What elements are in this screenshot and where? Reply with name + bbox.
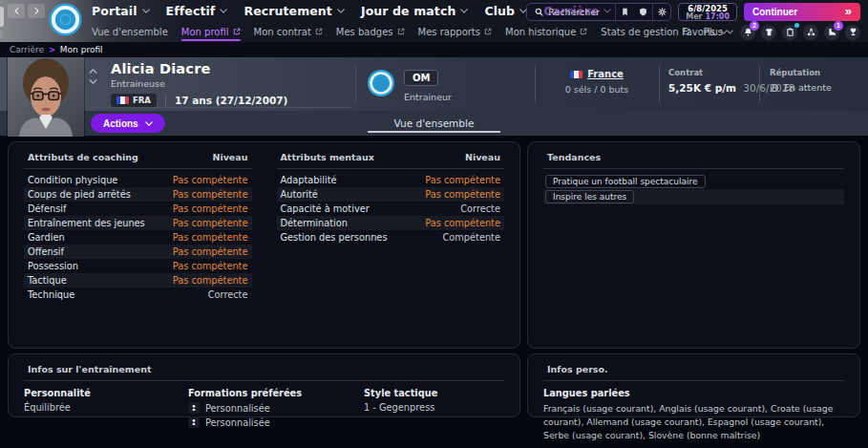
national-team-link[interactable]: France (540, 69, 654, 79)
subnav-stats-de-gestion[interactable]: Stats de gestion (601, 21, 689, 42)
search-input[interactable] (548, 7, 607, 17)
divider (355, 66, 356, 102)
competitions-button[interactable] (845, 25, 860, 40)
top-bar: Portail Effectif Recrutement Jour de mat… (0, 0, 868, 42)
training-info-panel: Infos sur l'entraînement Personnalité Éq… (8, 353, 520, 417)
formation-icon (188, 402, 200, 414)
coaching-attributes-column: Attributs de coaching Niveau Condition p… (24, 152, 252, 348)
tactics-button[interactable] (803, 25, 818, 40)
nav-portail[interactable]: Portail (92, 4, 150, 18)
profile-header: Alicia Diacre Entraineuse FRA 17 ans (27… (0, 57, 868, 111)
chevron-down-icon (145, 121, 153, 126)
table-row: Capacité à motiverCorrecte (277, 202, 505, 216)
nav-effectif[interactable]: Effectif (166, 4, 228, 18)
bookmark-icon (621, 8, 629, 16)
back-button[interactable] (8, 4, 25, 18)
person-switcher (89, 68, 98, 84)
game-day: Mer (686, 12, 702, 21)
external-link-icon (233, 28, 241, 35)
breadcrumb-section[interactable]: Carrière (10, 45, 44, 54)
favoris-dropdown[interactable]: Favoris (682, 27, 728, 37)
game-time: 17:00 (706, 12, 730, 21)
external-link-icon (315, 28, 323, 35)
mental-attributes-column: Attributs mentaux Niveau AdaptabilitéPas… (277, 152, 505, 348)
personal-info-title: Infos perso. (547, 364, 608, 374)
club-section: OM Entraineur (367, 67, 452, 102)
caps-goals: 0 séls / 0 buts (540, 84, 654, 95)
subnav-vue-densemble[interactable]: Vue d'ensemble (92, 21, 168, 42)
subnav-mon-profil[interactable]: Mon profil (181, 21, 241, 42)
nav-recrutement[interactable]: Recrutement (243, 4, 345, 18)
nationality-chip[interactable]: FRA (111, 94, 157, 107)
nav-club[interactable]: Club (484, 4, 527, 18)
breadcrumb-page: Mon profil (60, 45, 103, 54)
person-role: Entraineuse (111, 78, 287, 89)
formation-item: Personnalisée (188, 402, 364, 414)
tactics-icon (807, 28, 815, 36)
tendency-chip: Pratique un football spectaculaire (545, 175, 706, 188)
training-badge: 1 (834, 21, 843, 31)
table-row: Condition physiquePas compétente (24, 173, 252, 187)
subnav-mon-contrat[interactable]: Mon contrat (254, 21, 323, 42)
double-chevron-right-icon: » (845, 5, 852, 17)
club-role: Entraineur (404, 92, 452, 102)
club-abbr[interactable]: OM (404, 70, 438, 86)
languages-value: Français (usage courant), Anglais (usage… (543, 402, 844, 442)
table-row: OffensifPas compétente (24, 245, 252, 259)
reputation-label: Réputation (770, 68, 832, 77)
france-flag-icon (116, 96, 129, 104)
table-row: DéfensifPas compétente (24, 202, 252, 216)
table-row: PossessionPas compétente (24, 259, 252, 273)
globe-icon (770, 83, 779, 93)
person-age: 17 ans (27/12/2007) (175, 95, 287, 106)
table-row: DéterminationPas compétente (277, 216, 505, 230)
identity-block: Alicia Diacre Entraineuse FRA 17 ans (27… (111, 61, 287, 107)
personality-value: Équilibrée (24, 402, 188, 413)
level-column-header: Niveau (212, 152, 247, 162)
external-link-icon (397, 28, 405, 35)
table-row: AutoritéPas compétente (277, 187, 505, 202)
coaching-attributes-title: Attributs de coaching (28, 152, 138, 162)
formation-item: Personnalisée (188, 416, 364, 428)
table-row: Coups de pied arrêtésPas compétente (24, 187, 252, 202)
main-content: Attributs de coaching Niveau Condition p… (0, 136, 868, 448)
personality-label: Personnalité (24, 388, 188, 398)
club-logo-icon[interactable] (367, 69, 395, 97)
search-field[interactable] (527, 4, 616, 20)
settings-button[interactable] (652, 4, 670, 20)
table-row: TechniqueCorrecte (24, 288, 252, 302)
tab-vue-densemble[interactable]: Vue d'ensemble (368, 111, 501, 136)
training-button[interactable]: 1 (824, 25, 839, 40)
nav-jour-de-match[interactable]: Jour de match (361, 4, 468, 18)
table-row: TactiquePas compétente (24, 273, 252, 288)
tab-bar: Actions Vue d'ensemble (0, 111, 868, 136)
profile-photo (8, 54, 84, 137)
next-person-button[interactable] (89, 78, 98, 84)
table-row: Gestion des personnesCompétente (277, 230, 505, 245)
table-row: AdaptabilitéPas compétente (277, 173, 505, 187)
subnav-mes-rapports[interactable]: Mes rapports (418, 21, 492, 42)
clipboard-icon (786, 28, 794, 36)
continue-button[interactable]: Continuer » (744, 3, 860, 21)
national-team-section: France 0 séls / 0 buts (540, 69, 654, 95)
prev-person-button[interactable] (89, 68, 98, 74)
inbox-button[interactable]: 2 (740, 25, 755, 40)
badge-button[interactable] (634, 4, 652, 20)
actions-button[interactable]: Actions (91, 114, 165, 133)
subnav-mon-historique[interactable]: Mon historique (505, 21, 587, 42)
tendency-row: Pratique un football spectaculaire (543, 174, 844, 189)
sub-nav: Vue d'ensemble Mon profil Mon contrat Me… (92, 21, 733, 42)
forward-button[interactable] (28, 4, 45, 18)
bookmark-button[interactable] (616, 4, 634, 20)
formation-icon (188, 416, 200, 428)
tactical-style-value: 1 - Gegenpress (364, 402, 504, 413)
tendency-chip: Inspire les autres (545, 190, 634, 203)
chevron-down-icon (337, 9, 345, 13)
date-time-display[interactable]: 6/8/2025 Mer17:00 (678, 3, 737, 21)
club-crest-icon[interactable] (48, 2, 83, 37)
squad-button[interactable] (761, 25, 776, 40)
subnav-mes-badges[interactable]: Mes badges (336, 21, 405, 42)
chevron-down-icon (142, 9, 150, 13)
reports-button[interactable] (782, 25, 797, 40)
chevron-down-icon (220, 9, 227, 13)
